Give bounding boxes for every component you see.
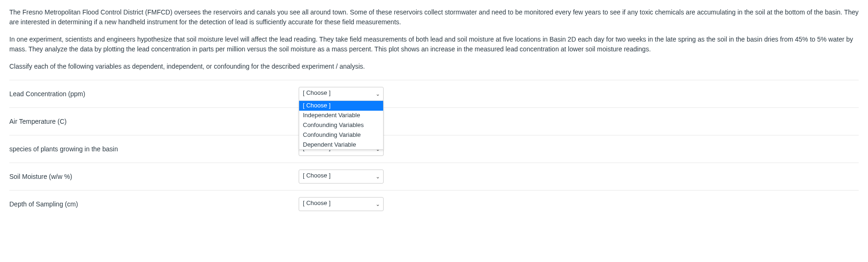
dropdown-listbox[interactable]: [ Choose ] Independent Variable Confound… bbox=[299, 100, 384, 150]
variable-type-select[interactable]: [ Choose ] bbox=[299, 170, 384, 184]
answer-label: Depth of Sampling (cm) bbox=[9, 200, 299, 208]
question-paragraph-3: Classify each of the following variables… bbox=[9, 62, 859, 71]
dropdown-option-choose[interactable]: [ Choose ] bbox=[299, 101, 383, 111]
answers-container: Lead Concentration (ppm) [ Choose ] ⌄ [ … bbox=[9, 80, 859, 218]
dropdown-option-dependent[interactable]: Dependent Variable bbox=[299, 140, 383, 150]
dropdown-option-confounding-plural[interactable]: Confounding Variables bbox=[299, 120, 383, 130]
dropdown-option-independent[interactable]: Independent Variable bbox=[299, 111, 383, 120]
select-wrap: [ Choose ] ⌄ bbox=[299, 170, 384, 184]
dropdown-option-confounding[interactable]: Confounding Variable bbox=[299, 130, 383, 140]
answer-label: species of plants growing in the basin bbox=[9, 145, 299, 153]
answer-label: Air Temperature (C) bbox=[9, 118, 299, 125]
question-text: The Fresno Metropolitan Flood Control Di… bbox=[9, 7, 859, 71]
answer-row: species of plants growing in the basin [… bbox=[9, 135, 859, 163]
answer-row: Soil Moisture (w/w %) [ Choose ] ⌄ bbox=[9, 163, 859, 190]
variable-type-select[interactable]: [ Choose ] bbox=[299, 87, 384, 101]
answer-row: Depth of Sampling (cm) [ Choose ] ⌄ bbox=[9, 190, 859, 218]
question-paragraph-1: The Fresno Metropolitan Flood Control Di… bbox=[9, 7, 859, 27]
select-wrap: [ Choose ] ⌄ [ Choose ] Independent Vari… bbox=[299, 87, 384, 101]
answer-row: Lead Concentration (ppm) [ Choose ] ⌄ [ … bbox=[9, 80, 859, 107]
variable-type-select[interactable]: [ Choose ] bbox=[299, 197, 384, 211]
answer-label: Soil Moisture (w/w %) bbox=[9, 173, 299, 180]
answer-row: Air Temperature (C) ⌄ bbox=[9, 107, 859, 135]
answer-label: Lead Concentration (ppm) bbox=[9, 90, 299, 98]
question-paragraph-2: In one experiment, scientists and engine… bbox=[9, 35, 859, 54]
select-wrap: [ Choose ] ⌄ bbox=[299, 197, 384, 211]
